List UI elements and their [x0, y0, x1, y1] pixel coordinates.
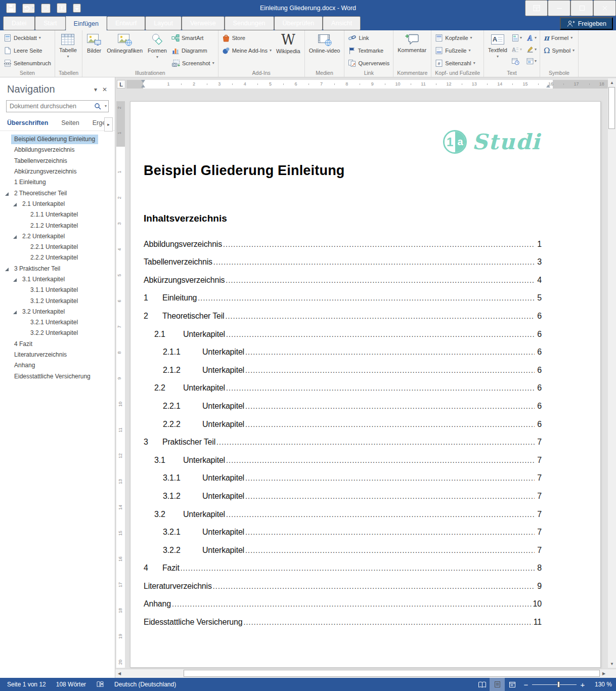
zoom-slider[interactable]	[532, 678, 577, 691]
nav-heading-item[interactable]: Eidesstattliche Versicherung	[0, 371, 115, 382]
nav-heading-item[interactable]: Literaturverzeichnis	[0, 350, 115, 360]
nav-heading-item[interactable]: 3 Praktischer Teil	[0, 264, 115, 274]
nav-heading-item[interactable]: 3.2.1 Unterkapitel	[0, 317, 115, 328]
zoom-slider-thumb[interactable]	[557, 681, 560, 687]
link-button[interactable]: Link	[346, 32, 391, 43]
wordart-button[interactable]: A▾	[525, 33, 537, 42]
nav-heading-item[interactable]: 1 Einleitung	[0, 177, 115, 188]
nav-heading-item[interactable]: 3.1.1 Unterkapitel	[0, 285, 115, 295]
collapse-triangle-icon[interactable]	[5, 192, 9, 196]
nav-heading-item[interactable]: Abbildungsverzeichnis	[0, 145, 115, 155]
zoom-level[interactable]: 130 %	[589, 681, 612, 688]
search-options-button[interactable]: ▾	[103, 104, 108, 108]
nav-tab-seiten[interactable]: Seiten	[61, 118, 79, 127]
tab-start[interactable]: Start	[35, 16, 65, 30]
nav-heading-item[interactable]: 3.1 Unterkapitel	[0, 274, 115, 285]
kommentar-button[interactable]: Kommentar	[395, 31, 429, 69]
search-input[interactable]	[7, 103, 93, 110]
undo-button[interactable]: ▾	[22, 4, 35, 13]
minimize-button[interactable]	[548, 0, 570, 16]
tab-einfügen[interactable]: Einfügen	[66, 16, 107, 30]
customize-qat-button[interactable]	[73, 4, 81, 13]
navigation-close-button[interactable]: ✕	[100, 85, 110, 94]
touch-mode-button[interactable]	[57, 3, 67, 13]
ribbon-display-options-button[interactable]	[525, 0, 548, 16]
seitenzahl-button[interactable]: #Seitenzahl▾	[433, 58, 476, 68]
language-indicator[interactable]: Deutsch (Deutschland)	[114, 681, 176, 688]
zoom-in-button[interactable]: +	[577, 678, 589, 691]
wikipedia-button[interactable]: WWikipedia	[274, 31, 303, 69]
nav-heading-item[interactable]: 2.2.1 Unterkapitel	[0, 242, 115, 252]
page-indicator[interactable]: Seite 1 von 12	[7, 681, 46, 688]
nav-heading-item[interactable]: 2.2 Unterkapitel	[0, 231, 115, 242]
maximize-button[interactable]	[570, 0, 593, 16]
vertical-scroll-thumb[interactable]	[608, 87, 615, 129]
nav-tab-überschriften[interactable]: Überschriften	[7, 118, 48, 127]
proofing-status[interactable]	[96, 681, 104, 688]
vertical-scrollbar[interactable]: ▲ ▼	[608, 78, 616, 668]
store-button[interactable]: Store	[221, 32, 273, 43]
textmarke-button[interactable]: Textmarke	[346, 45, 391, 56]
left-indent-marker[interactable]	[141, 84, 145, 88]
nav-heading-item[interactable]: 2.1.1 Unterkapitel	[0, 209, 115, 220]
horizontal-ruler[interactable]: 123456789101112131415161718	[126, 80, 616, 89]
tab-sendungen[interactable]: Sendungen	[225, 16, 274, 30]
tab-layout[interactable]: Layout	[145, 16, 182, 30]
nav-heading-item[interactable]: 4 Fazit	[0, 339, 115, 350]
first-line-indent-marker[interactable]	[141, 80, 145, 83]
scroll-up-button[interactable]: ▲	[608, 78, 616, 87]
nav-heading-item[interactable]: Abkürzungsverzeichnis	[0, 166, 115, 177]
nav-heading-item[interactable]: 2.1.2 Unterkapitel	[0, 220, 115, 231]
collapse-triangle-icon[interactable]	[5, 268, 9, 271]
zoom-out-button[interactable]: −	[520, 678, 532, 691]
nav-heading-item[interactable]: 3.2 Unterkapitel	[0, 307, 115, 317]
datum-und-uhrzeit-button[interactable]	[511, 56, 522, 66]
nav-heading-item[interactable]: 2.2.2 Unterkapitel	[0, 252, 115, 263]
web-layout-button[interactable]	[505, 678, 520, 691]
navigation-options-button[interactable]: ▾	[92, 85, 100, 94]
scroll-down-button[interactable]: ▼	[608, 660, 616, 668]
diagramm-button[interactable]: Diagramm	[170, 45, 216, 56]
nav-heading-item[interactable]: 2 Theoretischer Teil	[0, 188, 115, 198]
symbol-button[interactable]: ΩSymbol▾	[542, 45, 576, 56]
screenshot-button[interactable]: Screenshot▾	[170, 58, 216, 68]
tab-datei[interactable]: Datei	[3, 16, 35, 30]
nav-heading-item[interactable]: 3.1.2 Unterkapitel	[0, 295, 115, 306]
initiale-button[interactable]: A▾	[511, 45, 522, 54]
collapse-triangle-icon[interactable]	[13, 203, 17, 206]
formen-button[interactable]: Formen▾	[145, 31, 169, 69]
nav-tabs-overflow-button[interactable]: ▸	[104, 117, 113, 132]
leere-seite-button[interactable]: Leere Seite	[2, 45, 53, 56]
fußzeile-button[interactable]: Fußzeile▾	[433, 45, 476, 56]
deckblatt-button[interactable]: Deckblatt▾	[2, 32, 53, 43]
vertical-ruler[interactable]: 211234567891011121314151617181920	[116, 101, 125, 668]
scroll-left-button[interactable]: ◀	[115, 669, 123, 678]
signaturzeile-button[interactable]: ▾	[525, 45, 537, 54]
search-button[interactable]	[93, 103, 103, 110]
scroll-right-button[interactable]: ▶	[600, 669, 608, 678]
horizontal-scrollbar[interactable]: ◀ ▶	[115, 669, 616, 678]
tab-stop-selector[interactable]: L	[117, 80, 125, 89]
tabelle-button[interactable]: Tabelle▾	[57, 31, 79, 69]
schnellbausteine-button[interactable]: ▾	[511, 33, 522, 42]
collapse-triangle-icon[interactable]	[13, 311, 17, 314]
collapse-triangle-icon[interactable]	[13, 278, 17, 282]
tab-überprüfen[interactable]: Überprüfen	[274, 16, 323, 30]
objekt-button[interactable]: ▾	[525, 56, 537, 66]
kopfzeile-button[interactable]: Kopfzeile▾	[433, 32, 476, 43]
textfeld-button[interactable]: ATextfeld▾	[486, 31, 510, 69]
smartart-button[interactable]: SmartArt	[170, 32, 216, 43]
share-button[interactable]: Freigeben	[560, 17, 613, 30]
horizontal-scroll-thumb[interactable]	[184, 670, 600, 677]
nav-heading-item[interactable]: Tabellenverzeichnis	[0, 156, 115, 166]
onlinegrafiken-button[interactable]: Onlinegrafiken	[104, 31, 145, 69]
bilder-button[interactable]: Bilder	[84, 31, 104, 69]
save-button[interactable]	[6, 3, 16, 13]
read-mode-button[interactable]	[474, 678, 490, 691]
nav-heading-item[interactable]: Beispiel Gliederung Einleitung	[0, 134, 115, 145]
online-video-button[interactable]: Online-video	[306, 31, 343, 69]
nav-heading-item[interactable]: Anhang	[0, 360, 115, 371]
formel-button[interactable]: πFormel▾	[542, 32, 576, 43]
tab-entwurf[interactable]: Entwurf	[107, 16, 145, 30]
word-count[interactable]: 108 Wörter	[56, 681, 86, 688]
